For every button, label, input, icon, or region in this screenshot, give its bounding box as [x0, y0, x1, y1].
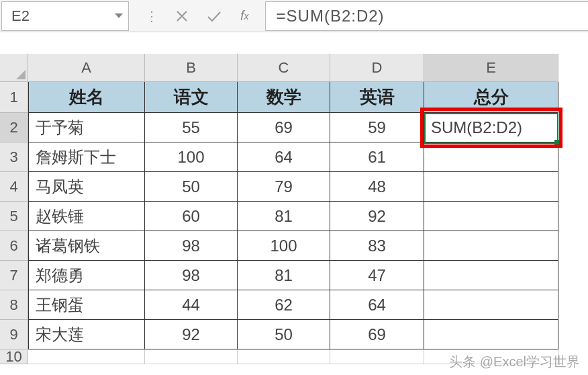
- cell-e4[interactable]: [424, 172, 558, 202]
- spreadsheet: A B C D E 1 2 3 4 5 6 7 8 9 10 姓名 语文 数学 …: [0, 54, 588, 364]
- table-row: 宋大莲 92 50 69: [28, 320, 558, 349]
- expand-icon[interactable]: ⋮: [145, 8, 157, 24]
- col-header-c[interactable]: C: [238, 54, 330, 82]
- table-row: 郑德勇 98 81 47: [28, 261, 558, 290]
- table-row: 诸葛钢铁 98 100 83: [28, 231, 558, 261]
- cell-d6[interactable]: 83: [330, 231, 424, 261]
- row-header-10[interactable]: 10: [0, 349, 28, 364]
- row-header-9[interactable]: 9: [0, 320, 28, 349]
- cell-a3[interactable]: 詹姆斯下士: [28, 142, 145, 172]
- row-header-1[interactable]: 1: [0, 82, 28, 113]
- formula-input[interactable]: =SUM(B2:D2): [265, 1, 588, 31]
- header-row: 姓名 语文 数学 英语 总分: [28, 82, 558, 113]
- cell-e7[interactable]: [424, 261, 558, 290]
- cell-d2[interactable]: 59: [330, 113, 424, 142]
- table-row: 赵铁锤 60 81 92: [28, 202, 558, 231]
- cell-c6[interactable]: 100: [238, 231, 330, 261]
- cell-c8[interactable]: 62: [238, 290, 330, 320]
- column-headers: A B C D E: [28, 54, 558, 82]
- name-box-value: E2: [11, 7, 30, 25]
- cell-b6[interactable]: 98: [145, 231, 238, 261]
- col-header-e[interactable]: E: [424, 54, 558, 82]
- cell-a4[interactable]: 马凤英: [28, 172, 145, 202]
- name-box[interactable]: E2: [1, 1, 129, 31]
- col-header-a[interactable]: A: [28, 54, 145, 82]
- cell-b10[interactable]: [145, 349, 238, 364]
- col-header-d[interactable]: D: [330, 54, 424, 82]
- header-math[interactable]: 数学: [238, 82, 330, 113]
- cell-d3[interactable]: 61: [330, 142, 424, 172]
- cell-a9[interactable]: 宋大莲: [28, 320, 145, 349]
- row-header-7[interactable]: 7: [0, 261, 28, 290]
- cell-b4[interactable]: 50: [145, 172, 238, 202]
- cell-a7[interactable]: 郑德勇: [28, 261, 145, 290]
- cell-c2[interactable]: 69: [238, 113, 330, 142]
- cell-c4[interactable]: 79: [238, 172, 330, 202]
- cell-b2[interactable]: 55: [145, 113, 238, 142]
- enter-icon[interactable]: [207, 10, 222, 22]
- cell-e9[interactable]: [424, 320, 558, 349]
- formula-text: =SUM(B2:D2): [277, 7, 385, 26]
- cell-c3[interactable]: 64: [238, 142, 330, 172]
- header-english[interactable]: 英语: [330, 82, 424, 113]
- cell-e2[interactable]: SUM(B2:D2): [424, 113, 558, 142]
- table-row: 詹姆斯下士 100 64 61: [28, 142, 558, 172]
- fx-icon[interactable]: fx: [240, 8, 249, 24]
- fill-handle[interactable]: [554, 140, 560, 145]
- header-name[interactable]: 姓名: [28, 82, 145, 113]
- cell-a8[interactable]: 王钢蛋: [28, 290, 145, 320]
- cell-b7[interactable]: 98: [145, 261, 238, 290]
- watermark: 头条 @Excel学习世界: [449, 353, 580, 371]
- row-header-2[interactable]: 2: [0, 113, 28, 142]
- formula-bar-icons: ⋮ fx: [129, 8, 265, 24]
- select-all-button[interactable]: [0, 54, 28, 82]
- row-header-6[interactable]: 6: [0, 231, 28, 261]
- formula-bar: E2 ⋮ fx =SUM(B2:D2): [0, 0, 588, 32]
- cell-d5[interactable]: 92: [330, 202, 424, 231]
- table-row: 于予菊 55 69 59 SUM(B2:D2): [28, 113, 558, 142]
- gap: [0, 32, 588, 54]
- cell-b9[interactable]: 92: [145, 320, 238, 349]
- cell-a2[interactable]: 于予菊: [28, 113, 145, 142]
- col-header-b[interactable]: B: [145, 54, 238, 82]
- cell-c7[interactable]: 81: [238, 261, 330, 290]
- row-header-4[interactable]: 4: [0, 172, 28, 202]
- cell-a5[interactable]: 赵铁锤: [28, 202, 145, 231]
- cell-d8[interactable]: 64: [330, 290, 424, 320]
- cell-e8[interactable]: [424, 290, 558, 320]
- row-header-3[interactable]: 3: [0, 142, 28, 172]
- cell-a6[interactable]: 诸葛钢铁: [28, 231, 145, 261]
- row-headers: 1 2 3 4 5 6 7 8 9 10: [0, 82, 28, 364]
- cell-d9[interactable]: 69: [330, 320, 424, 349]
- row-header-5[interactable]: 5: [0, 202, 28, 231]
- cancel-icon[interactable]: [176, 10, 188, 22]
- cell-b5[interactable]: 60: [145, 202, 238, 231]
- grid: 姓名 语文 数学 英语 总分 于予菊 55 69 59 SUM(B2:D2) 詹…: [28, 82, 558, 364]
- cell-e3[interactable]: [424, 142, 558, 172]
- header-chinese[interactable]: 语文: [145, 82, 238, 113]
- cell-d4[interactable]: 48: [330, 172, 424, 202]
- cell-e5[interactable]: [424, 202, 558, 231]
- cell-e6[interactable]: [424, 231, 558, 261]
- cell-b3[interactable]: 100: [145, 142, 238, 172]
- row-header-8[interactable]: 8: [0, 290, 28, 320]
- cell-b8[interactable]: 44: [145, 290, 238, 320]
- table-row: 马凤英 50 79 48: [28, 172, 558, 202]
- table-row: 王钢蛋 44 62 64: [28, 290, 558, 320]
- cell-c10[interactable]: [238, 349, 330, 364]
- cell-a10[interactable]: [28, 349, 145, 364]
- header-total[interactable]: 总分: [424, 82, 558, 113]
- cell-c5[interactable]: 81: [238, 202, 330, 231]
- cell-d7[interactable]: 47: [330, 261, 424, 290]
- name-box-dropdown-icon[interactable]: [115, 13, 123, 18]
- cell-c9[interactable]: 50: [238, 320, 330, 349]
- cell-d10[interactable]: [330, 349, 424, 364]
